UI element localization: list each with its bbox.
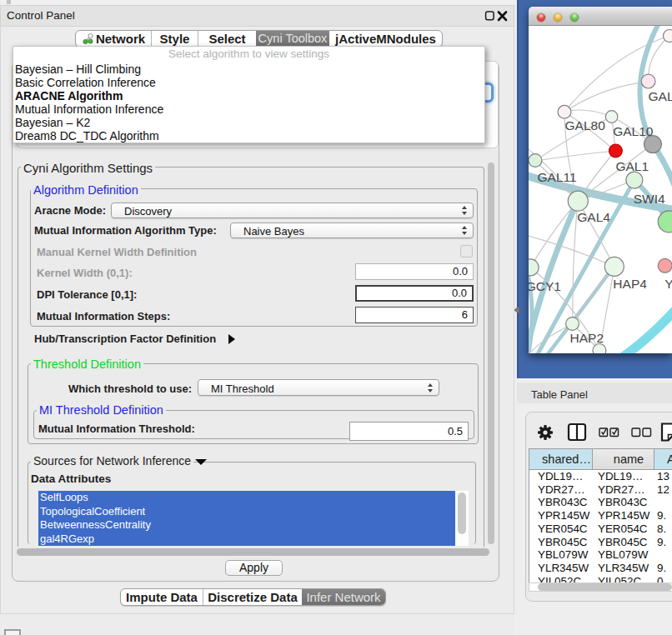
svg-text:HAP2: HAP2 [570, 331, 604, 345]
svg-text:GAL80: GAL80 [565, 118, 606, 132]
svg-text:GAL4: GAL4 [577, 210, 610, 224]
svg-text:GAL: GAL [648, 89, 672, 103]
svg-text:SWI4: SWI4 [634, 192, 665, 206]
svg-text:GCY1: GCY1 [529, 279, 561, 293]
svg-text:HAP4: HAP4 [613, 277, 647, 291]
svg-text:GAL11: GAL11 [538, 170, 577, 184]
svg-text:Y: Y [664, 277, 672, 291]
svg-text:GAL10: GAL10 [613, 124, 654, 138]
svg-text:GAL1: GAL1 [615, 159, 649, 173]
